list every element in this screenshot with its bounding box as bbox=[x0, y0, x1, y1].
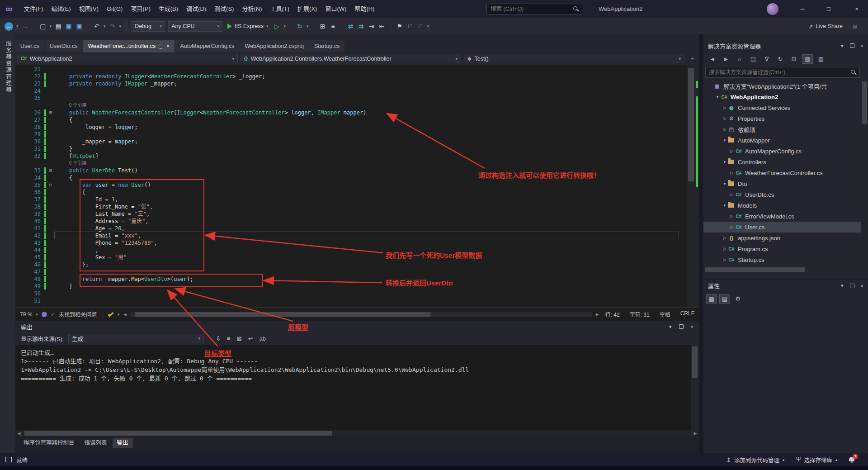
scrollbar-thumb[interactable] bbox=[705, 267, 805, 272]
pin-icon[interactable] bbox=[850, 284, 854, 288]
code-line-21[interactable]: 21 bbox=[15, 66, 699, 73]
code-line-25[interactable]: 25 bbox=[15, 95, 699, 102]
hot-reload-dropdown[interactable]: ▾ bbox=[307, 24, 309, 28]
redo-dropdown[interactable]: ▾ bbox=[119, 24, 122, 28]
redo-icon[interactable]: ↷ bbox=[109, 22, 116, 31]
code-line-32[interactable]: 32 [HttpGet] bbox=[15, 152, 699, 160]
chevron-down-icon[interactable]: ▾ bbox=[841, 283, 844, 289]
pin-icon[interactable] bbox=[850, 43, 854, 48]
expand-arrow-icon[interactable]: ▷ bbox=[729, 225, 735, 229]
indent-icon[interactable]: ⇥ bbox=[368, 22, 375, 31]
tab-AutoMapperConfig.cs[interactable]: AutoMapperConfig.cs bbox=[175, 40, 239, 52]
tree-item-User.cs[interactable]: ▷C#User.cs bbox=[703, 222, 861, 233]
undo-icon[interactable]: ↶ bbox=[93, 22, 100, 31]
menu-item-扩展(X)[interactable]: 扩展(X) bbox=[293, 0, 321, 18]
code-line-27[interactable]: 27 { bbox=[15, 116, 699, 123]
hot-reload-icon[interactable]: ↻ bbox=[296, 22, 303, 31]
alphabetical-icon[interactable]: ▤ bbox=[719, 294, 730, 304]
menu-item-调试(D)[interactable]: 调试(D) bbox=[182, 0, 210, 18]
run-target-dropdown[interactable]: ▾ bbox=[284, 24, 286, 28]
output-log[interactable]: 已启动生成…1>------ 已启动生成: 项目: WebApplication… bbox=[15, 345, 699, 430]
show-directives-icon[interactable]: ⇄ bbox=[347, 22, 354, 31]
code-line-41[interactable]: 41 Age = 20, bbox=[15, 225, 699, 232]
live-share-button[interactable]: ↗ Live Share bbox=[808, 18, 843, 34]
tree-item-Properties[interactable]: ▷⚙Properties bbox=[703, 113, 861, 124]
code-editor[interactable]: 2122 private readonly ILogger<WeatherFor… bbox=[15, 65, 699, 307]
expand-arrow-icon[interactable]: ▾ bbox=[714, 95, 721, 99]
categorized-icon[interactable]: ▦ bbox=[706, 294, 717, 304]
collapse-all-icon[interactable]: ⊟ bbox=[788, 54, 799, 64]
tree-item-解决方案"WebApplication2"(1 个项目/共[interactable]: ▣解决方案"WebApplication2"(1 个项目/共 bbox=[703, 81, 861, 91]
menu-item-编辑(E)[interactable]: 编辑(E) bbox=[47, 0, 75, 18]
line-operations-icon[interactable]: ≡ bbox=[330, 22, 337, 31]
code-line-42[interactable]: 42 Email = "xxx", bbox=[15, 232, 699, 239]
start-without-debugging-icon[interactable]: ▷ bbox=[274, 22, 281, 31]
new-project-dropdown[interactable]: ▾ bbox=[50, 24, 52, 28]
menu-item-Git(G)[interactable]: Git(G) bbox=[103, 0, 127, 18]
output-vertical-scrollbar[interactable] bbox=[691, 345, 699, 430]
scrollbar-thumb[interactable] bbox=[692, 347, 698, 378]
home-icon[interactable]: ⌂ bbox=[734, 54, 745, 64]
notifications-button[interactable]: 1 bbox=[849, 456, 854, 463]
outdent-icon[interactable]: ⇤ bbox=[378, 22, 386, 31]
select-repository-button[interactable]: Ψ 选择存储库 ▴ bbox=[796, 456, 837, 464]
open-file-icon[interactable]: ▤ bbox=[55, 22, 62, 31]
panel-tab-程序包管理器控制台[interactable]: 程序包管理器控制台 bbox=[19, 438, 79, 448]
menu-item-文件(F)[interactable]: 文件(F) bbox=[20, 0, 47, 18]
code-line-24[interactable]: 24 bbox=[15, 87, 699, 95]
goto-message-icon[interactable]: ⇩ bbox=[216, 335, 221, 342]
line-ending-indicator[interactable]: CRLF bbox=[680, 310, 694, 318]
tree-item-Program.cs[interactable]: ▷C#Program.cs bbox=[703, 243, 861, 254]
member-dropdown[interactable]: ◆ Test() ▾ bbox=[464, 54, 684, 63]
document-health-icon[interactable] bbox=[42, 312, 47, 317]
tree-item-Controllers[interactable]: ▾Controllers bbox=[703, 157, 861, 167]
switch-views-icon[interactable]: ▤ bbox=[748, 54, 759, 64]
display-lines-icon[interactable]: ⇉ bbox=[358, 22, 365, 31]
expand-arrow-icon[interactable]: ▾ bbox=[722, 138, 728, 142]
codelens-references[interactable]: 0 个引用 bbox=[69, 160, 86, 167]
code-line-36[interactable]: 36 { bbox=[15, 189, 699, 196]
tab-WebApplication2.csproj[interactable]: WebApplication2.csproj bbox=[240, 40, 309, 52]
expand-arrow-icon[interactable]: ▷ bbox=[722, 105, 728, 110]
scrollbar-thumb[interactable] bbox=[862, 81, 867, 124]
menu-item-分析(N)[interactable]: 分析(N) bbox=[238, 0, 266, 18]
sync-with-active-document-icon[interactable]: ↻ bbox=[775, 54, 786, 64]
code-line-40[interactable]: 40 Address = "重庆", bbox=[15, 218, 699, 225]
expand-arrow-icon[interactable]: ▷ bbox=[729, 149, 735, 153]
code-line-23[interactable]: 23 private readonly IMapper _mapper; bbox=[15, 80, 699, 87]
message-list-icon[interactable]: ≡ bbox=[227, 335, 231, 342]
code-cleanup-icon[interactable] bbox=[109, 312, 114, 316]
code-line-29[interactable]: 29 bbox=[15, 131, 699, 138]
tree-item-ErrorViewModel.cs[interactable]: ▷C#ErrorViewModel.cs bbox=[703, 211, 861, 222]
fold-marker[interactable]: ⊟ bbox=[47, 181, 54, 189]
tab-Startup.cs[interactable]: Startup.cs bbox=[309, 40, 344, 52]
zoom-level[interactable]: 79 % bbox=[20, 311, 32, 318]
search-input[interactable] bbox=[487, 6, 573, 12]
tree-item-Connected Services[interactable]: ▷◍Connected Services bbox=[703, 102, 861, 113]
quick-search-box[interactable] bbox=[486, 4, 582, 14]
save-all-icon[interactable]: ▣ bbox=[75, 22, 83, 31]
server-explorer-strip[interactable]: 服务器资源管理器 bbox=[0, 34, 15, 453]
tree-item-UserDto.cs[interactable]: ▷C#UserDto.cs bbox=[703, 189, 861, 200]
codelens-row[interactable]: 0 个引用 bbox=[15, 102, 699, 109]
tree-item-WeatherForecastController.cs[interactable]: ▷C#WeatherForecastController.cs bbox=[703, 167, 861, 178]
new-project-icon[interactable]: ▢ bbox=[39, 22, 47, 31]
codelens-row[interactable]: 0 个引用 bbox=[15, 160, 699, 167]
expand-arrow-icon[interactable]: ▷ bbox=[722, 247, 728, 251]
filter-icon[interactable]: ∇ bbox=[761, 54, 772, 64]
fold-marker[interactable]: ⊟ bbox=[47, 109, 54, 116]
solution-explorer-header[interactable]: 解决方案资源管理器 ▾ × bbox=[703, 40, 868, 52]
menu-item-视图(V)[interactable]: 视图(V) bbox=[75, 0, 103, 18]
code-line-51[interactable]: 51 bbox=[15, 297, 699, 304]
expand-arrow-icon[interactable]: ▷ bbox=[729, 171, 735, 175]
scroll-right-icon[interactable]: ▶ bbox=[596, 312, 599, 317]
expand-arrow-icon[interactable]: ▷ bbox=[722, 257, 728, 262]
expand-arrow-icon[interactable]: ▷ bbox=[722, 127, 728, 132]
code-line-35[interactable]: 35⊟ var user = new User() bbox=[15, 181, 699, 189]
add-to-source-control-button[interactable]: ↥ 添加到源代码管理 ▴ bbox=[726, 456, 785, 464]
vertical-splitter[interactable] bbox=[699, 34, 703, 453]
save-icon[interactable]: ▣ bbox=[65, 22, 72, 31]
expand-arrow-icon[interactable]: ▷ bbox=[729, 214, 735, 218]
code-line-49[interactable]: 49 } bbox=[15, 283, 699, 290]
code-line-43[interactable]: 43 Phone = "12345789", bbox=[15, 239, 699, 247]
